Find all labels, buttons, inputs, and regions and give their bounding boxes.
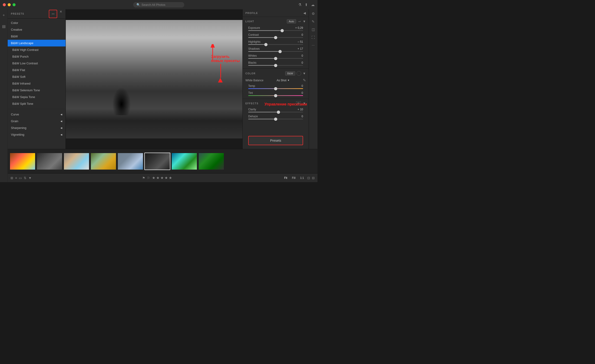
highlights-track[interactable] bbox=[248, 44, 303, 45]
shadows-value: + 17 bbox=[298, 47, 303, 50]
one-to-one-button[interactable]: 1:1 bbox=[299, 176, 305, 180]
shadows-track[interactable] bbox=[248, 51, 303, 52]
fill-button[interactable]: Fill bbox=[290, 176, 297, 180]
wb-select[interactable]: As Shot ▼ bbox=[276, 79, 290, 82]
grid-icon[interactable]: ▤ bbox=[0, 23, 7, 30]
preset-item-bw-sepia-tone[interactable]: B&W Sepia Tone bbox=[8, 94, 65, 100]
minimize-button[interactable] bbox=[8, 3, 11, 6]
filmstrip-thumb-1[interactable] bbox=[9, 153, 35, 170]
light-title: LIGHT bbox=[245, 20, 254, 23]
filmstrip-thumb-8[interactable] bbox=[198, 153, 224, 170]
clarity-label: Clarity bbox=[248, 108, 256, 111]
preset-item-creative[interactable]: Creative bbox=[8, 26, 65, 33]
sort-icon[interactable]: ⇅ bbox=[24, 176, 27, 180]
fit-button[interactable]: Fit bbox=[283, 176, 289, 180]
preset-item-vignetting[interactable]: Vignetting ◀ bbox=[8, 131, 65, 138]
preset-item-bw-high-contrast[interactable]: B&W High Contrast bbox=[8, 46, 65, 53]
circle-color-button[interactable] bbox=[297, 71, 301, 76]
list-view-icon[interactable]: ≡ bbox=[15, 176, 17, 180]
add-icon[interactable]: ＋ bbox=[0, 12, 7, 19]
contrast-label: Contrast bbox=[248, 33, 259, 36]
right-edge: ⚙ ✎ ◫ ⛶ ··· bbox=[309, 9, 318, 149]
preset-item-bw-landscape[interactable]: B&W Landscape bbox=[8, 40, 65, 46]
effects-title: EFFECTS bbox=[245, 102, 258, 105]
sort-expand-icon[interactable]: ▼ bbox=[28, 176, 32, 180]
bw-button[interactable]: B&W bbox=[285, 71, 295, 76]
preset-item-color[interactable]: Color bbox=[8, 20, 65, 26]
titlebar: 🔍 Search All Photos ⚗ ⬆ ☁ bbox=[0, 0, 318, 9]
three-dots-button[interactable]: ··· bbox=[49, 10, 57, 18]
preset-item-bw-low-contrast[interactable]: B&W Low Contrast bbox=[8, 60, 65, 67]
tint-slider: Tint 0 bbox=[245, 90, 306, 97]
blacks-track[interactable] bbox=[248, 65, 303, 66]
filmstrip-thumb-6[interactable] bbox=[144, 153, 170, 170]
preset-item-bw[interactable]: B&W bbox=[8, 33, 65, 40]
shadows-slider: Shadows + 17 bbox=[245, 46, 306, 53]
preset-item-grain[interactable]: Grain ◀ bbox=[8, 118, 65, 125]
color-section: COLOR B&W ▼ White Balance As Shot ▼ bbox=[243, 69, 309, 99]
maximize-button[interactable] bbox=[13, 3, 15, 6]
eyedropper-icon[interactable]: ✎ bbox=[303, 78, 306, 83]
preset-item-bw-selenium-tone[interactable]: B&W Selenium Tone bbox=[8, 87, 65, 94]
temp-track[interactable] bbox=[248, 88, 303, 89]
sliders-icon[interactable]: ⚙ bbox=[312, 12, 315, 16]
whites-value: 0 bbox=[301, 54, 303, 57]
preset-item-bw-soft[interactable]: B&W Soft bbox=[8, 73, 65, 80]
presets-bottom-button[interactable]: Presets bbox=[248, 136, 303, 145]
temp-slider: Temp 0 bbox=[245, 83, 306, 90]
color-title: COLOR bbox=[245, 72, 256, 75]
preset-item-bw-split-tone[interactable]: B&W Split Tone bbox=[8, 100, 65, 107]
clarity-value: + 10 bbox=[298, 108, 303, 111]
compare-icon[interactable]: ⊡ bbox=[307, 176, 310, 180]
white-balance-row: White Balance As Shot ▼ ✎ bbox=[245, 77, 306, 83]
whites-track[interactable] bbox=[248, 58, 303, 59]
filmstrip-thumb-5[interactable] bbox=[117, 153, 143, 170]
grid-view-icon[interactable]: ⊞ bbox=[10, 176, 13, 180]
cloud-icon[interactable]: ☁ bbox=[311, 3, 315, 7]
preset-item-bw-flat[interactable]: B&W Flat bbox=[8, 67, 65, 73]
star-3[interactable]: ★ bbox=[160, 176, 164, 180]
close-button[interactable] bbox=[3, 3, 6, 6]
preset-item-sharpening[interactable]: Sharpening ◀ bbox=[8, 125, 65, 131]
highlights-label: Highlights bbox=[248, 40, 261, 43]
light-expand-icon[interactable]: ▼ bbox=[303, 20, 306, 23]
star-2[interactable]: ★ bbox=[156, 176, 159, 180]
filmstrip-thumb-2[interactable] bbox=[36, 153, 63, 170]
share-icon[interactable]: ⬆ bbox=[305, 3, 308, 7]
color-expand-icon[interactable]: ▼ bbox=[303, 71, 306, 75]
star-5[interactable]: ★ bbox=[169, 176, 172, 180]
exposure-track[interactable] bbox=[248, 30, 303, 31]
star-1[interactable]: ★ bbox=[152, 176, 155, 180]
more-icon[interactable]: ··· bbox=[312, 43, 315, 47]
preset-item-bw-infrared[interactable]: B&W Infrared bbox=[8, 80, 65, 87]
search-bar[interactable]: 🔍 Search All Photos bbox=[133, 2, 184, 7]
crop-icon[interactable]: ⛶ bbox=[312, 35, 315, 39]
brush-icon[interactable]: ✎ bbox=[312, 20, 315, 24]
left-sidebar: ＋ ▤ bbox=[0, 9, 8, 182]
profile-header: PROFILE ◀ bbox=[243, 9, 309, 17]
filmstrip-thumb-3[interactable] bbox=[64, 153, 90, 170]
tint-track[interactable] bbox=[248, 95, 303, 96]
curve-icon[interactable]: ⤻ bbox=[298, 20, 301, 23]
filmstrip-thumb-4[interactable] bbox=[90, 153, 116, 170]
preset-item-curve[interactable]: Curve ◀ bbox=[8, 111, 65, 118]
dehaze-slider: Dehaze 0 bbox=[245, 114, 306, 121]
profile-arrow[interactable]: ◀ bbox=[303, 11, 306, 15]
flag-left-icon[interactable]: ⚑ bbox=[142, 176, 145, 180]
filmstrip-toggle-icon[interactable]: ⊟ bbox=[312, 176, 315, 180]
close-presets-icon[interactable]: ✕ bbox=[59, 10, 62, 18]
clarity-track[interactable] bbox=[248, 112, 303, 112]
presets-title: PRESETS bbox=[11, 13, 24, 15]
dehaze-track[interactable] bbox=[248, 119, 303, 119]
filter-icon[interactable]: ⚗ bbox=[298, 3, 301, 7]
flag-right-icon[interactable]: ⚐ bbox=[147, 176, 150, 180]
star-4[interactable]: ★ bbox=[164, 176, 168, 180]
presets-bottom-area: Presets bbox=[243, 132, 309, 149]
auto-button[interactable]: Auto bbox=[287, 19, 296, 23]
detail-view-icon[interactable]: ▭ bbox=[19, 176, 22, 180]
gradient-icon[interactable]: ◫ bbox=[312, 28, 315, 32]
preset-item-bw-punch[interactable]: B&W Punch bbox=[8, 53, 65, 60]
contrast-track[interactable] bbox=[248, 37, 303, 38]
whites-label: Whites bbox=[248, 54, 257, 57]
filmstrip-thumb-7[interactable] bbox=[171, 153, 197, 170]
